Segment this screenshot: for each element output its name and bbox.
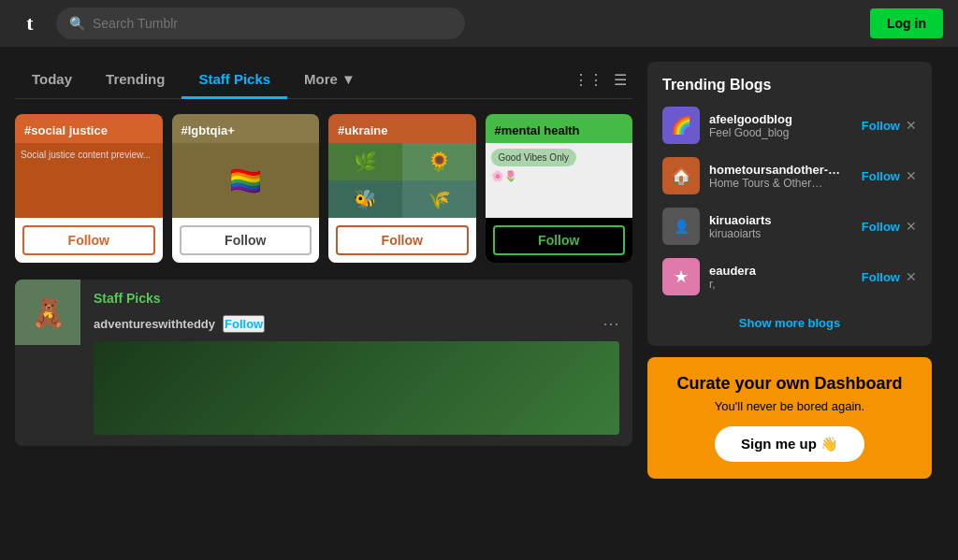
blog-desc-eaudera: r, — [709, 278, 852, 291]
follow-button-mental[interactable]: Follow — [493, 225, 626, 255]
tab-staff-picks[interactable]: Staff Picks — [181, 62, 287, 99]
blog-name-eaudera: eaudera — [709, 264, 852, 278]
blog-item-kiruaoiarts: 👤 kiruaoiarts kiruaoiarts Follow ✕ — [662, 208, 917, 245]
tag-image-lgbtq: 🏳️‍🌈 — [172, 143, 320, 218]
grid-view-icon[interactable]: ⋮⋮ — [576, 68, 601, 93]
tag-image-mental: Good Vibes Only 🌸🌷 — [486, 143, 633, 218]
ukraine-img-grid: 🌿 🌻 🐝 🌾 — [328, 143, 476, 218]
blog-item-hometoursandother: 🏠 hometoursandother-… Home Tours & Other… — [662, 157, 917, 194]
tag-card-social-justice: #social justice Social justice content p… — [15, 114, 163, 263]
blog-name-kiruaoiarts: kiruaoiarts — [709, 213, 852, 227]
tag-label-mental: #mental health — [486, 114, 633, 143]
follow-button-staff-post[interactable]: Follow — [223, 315, 265, 333]
staff-picks-preview-image — [94, 341, 619, 435]
staff-picks-body: Staff Picks adventureswithteddy Follow ⋯ — [80, 280, 632, 446]
follow-area-mental: Follow — [486, 218, 633, 263]
blog-avatar-hometoursandother: 🏠 — [662, 157, 700, 194]
blog-actions-eaudera: Follow ✕ — [862, 269, 917, 284]
view-icons: ⋮⋮ ☰ — [576, 68, 632, 93]
blog-item-afeelgoodblog: 🌈 afeelgoodblog Feel Good_blog Follow ✕ — [662, 107, 917, 144]
main-layout: Today Trending Staff Picks More ▼ ⋮⋮ ☰ #… — [0, 47, 958, 494]
header: t 🔍 Log in — [0, 0, 958, 47]
tag-label-lgbtq: #lgbtqia+ — [172, 114, 320, 143]
show-more-blogs: Show more blogs — [662, 309, 917, 331]
dismiss-button-eaudera[interactable]: ✕ — [906, 269, 917, 284]
blog-info-hometoursandother: hometoursandother-… Home Tours & Other… — [709, 163, 852, 190]
tag-image-ukraine: 🌿 🌻 🐝 🌾 — [328, 143, 476, 218]
follow-button-afeelgoodblog[interactable]: Follow — [862, 119, 900, 133]
follow-button-lgbtq[interactable]: Follow — [180, 225, 312, 255]
blog-name-afeelgoodblog: afeelgoodblog — [709, 112, 852, 126]
tab-today[interactable]: Today — [15, 62, 89, 99]
blog-info-eaudera: eaudera r, — [709, 264, 852, 291]
search-input[interactable] — [93, 16, 452, 31]
dismiss-button-hometoursandother[interactable]: ✕ — [906, 168, 917, 183]
follow-area-ukraine: Follow — [328, 218, 476, 263]
cta-signup-button[interactable]: Sign me up 👋 — [715, 426, 864, 462]
login-button[interactable]: Log in — [870, 8, 943, 38]
blog-info-afeelgoodblog: afeelgoodblog Feel Good_blog — [709, 112, 852, 139]
trending-blogs-title: Trending Blogs — [662, 77, 917, 93]
content-area: Today Trending Staff Picks More ▼ ⋮⋮ ☰ #… — [15, 62, 632, 479]
blog-avatar-eaudera: ★ — [662, 258, 700, 295]
tumblr-logo[interactable]: t — [15, 8, 45, 38]
tag-card-ukraine: #ukraine 🌿 🌻 🐝 🌾 Follow — [328, 114, 476, 263]
staff-picks-thumb-area: 🧸 — [15, 280, 80, 446]
show-more-blogs-button[interactable]: Show more blogs — [739, 316, 840, 330]
follow-area-lgbtq: Follow — [172, 218, 320, 263]
author-name: adventureswithteddy — [94, 317, 215, 331]
tab-more[interactable]: More ▼ — [287, 62, 372, 99]
follow-area-social: Follow — [15, 218, 163, 263]
tag-image-social: Social justice content preview... — [15, 143, 163, 218]
staff-picks-label: Staff Picks — [94, 291, 619, 306]
follow-button-ukraine[interactable]: Follow — [336, 225, 469, 255]
dismiss-button-afeelgoodblog[interactable]: ✕ — [906, 118, 917, 133]
blog-desc-afeelgoodblog: Feel Good_blog — [709, 126, 852, 139]
blog-actions-kiruaoiarts: Follow ✕ — [862, 219, 917, 234]
follow-button-social[interactable]: Follow — [22, 225, 155, 255]
cta-box: Curate your own Dashboard You'll never b… — [647, 357, 932, 479]
follow-button-eaudera[interactable]: Follow — [862, 270, 900, 284]
chevron-down-icon: ▼ — [341, 71, 356, 87]
staff-picks-post: 🧸 Staff Picks adventureswithteddy Follow… — [15, 280, 632, 446]
cta-subtitle: You'll never be bored again. — [662, 399, 917, 413]
blog-actions-hometoursandother: Follow ✕ — [862, 168, 917, 183]
list-view-icon[interactable]: ☰ — [608, 68, 632, 93]
cta-title: Curate your own Dashboard — [662, 374, 917, 394]
search-bar[interactable]: 🔍 — [56, 7, 465, 39]
blog-info-kiruaoiarts: kiruaoiarts kiruaoiarts — [709, 213, 852, 240]
tag-cards: #social justice Social justice content p… — [15, 114, 632, 263]
blog-item-eaudera: ★ eaudera r, Follow ✕ — [662, 258, 917, 295]
follow-button-hometoursandother[interactable]: Follow — [862, 169, 900, 183]
blog-actions-afeelgoodblog: Follow ✕ — [862, 118, 917, 133]
sidebar: Trending Blogs 🌈 afeelgoodblog Feel Good… — [632, 62, 932, 479]
blog-desc-hometoursandother: Home Tours & Other… — [709, 177, 852, 190]
dismiss-button-kiruaoiarts[interactable]: ✕ — [906, 219, 917, 234]
tag-card-mental-health: #mental health Good Vibes Only 🌸🌷 Follow — [486, 114, 633, 263]
follow-button-kiruaoiarts[interactable]: Follow — [862, 220, 900, 234]
blog-avatar-kiruaoiarts: 👤 — [662, 208, 700, 245]
staff-picks-thumbnail: 🧸 — [15, 280, 80, 345]
blog-desc-kiruaoiarts: kiruaoiarts — [709, 227, 852, 240]
tag-card-lgbtqia: #lgbtqia+ 🏳️‍🌈 Follow — [172, 114, 320, 263]
search-icon: 🔍 — [69, 16, 85, 31]
tag-label-ukraine: #ukraine — [328, 114, 476, 143]
tab-trending[interactable]: Trending — [89, 62, 181, 99]
tag-label-social: #social justice — [15, 114, 163, 143]
post-options-icon[interactable]: ⋯ — [602, 313, 619, 334]
nav-tabs: Today Trending Staff Picks More ▼ ⋮⋮ ☰ — [15, 62, 632, 99]
trending-blogs-box: Trending Blogs 🌈 afeelgoodblog Feel Good… — [647, 62, 932, 346]
blog-avatar-afeelgoodblog: 🌈 — [662, 107, 700, 144]
author-row: adventureswithteddy Follow ⋯ — [94, 313, 619, 334]
blog-name-hometoursandother: hometoursandother-… — [709, 163, 852, 177]
